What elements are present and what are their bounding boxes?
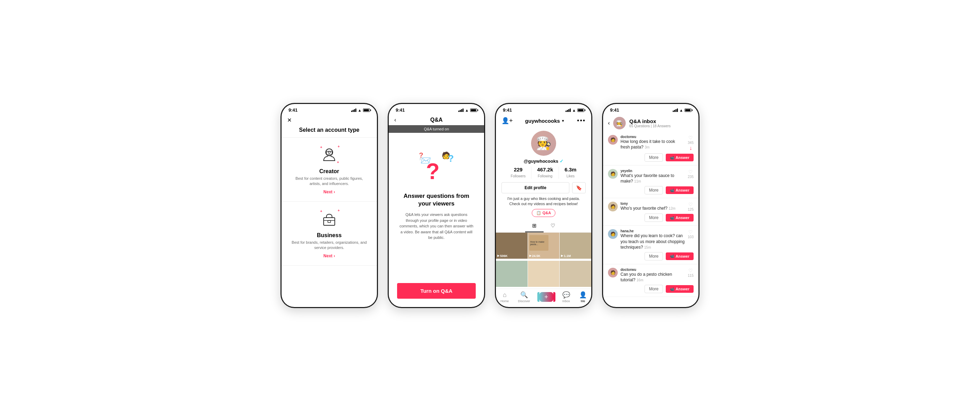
answer-button-3[interactable]: 📹 Answer <box>666 214 694 222</box>
inbox-header-text: Q&A inbox 65 Questions | 18 Answers <box>629 118 694 128</box>
qa-item-5-header: 🧑 doctorwu Can you do a pesto chicken tu… <box>608 268 694 283</box>
video-cell-5[interactable] <box>528 261 560 287</box>
more-button-2[interactable]: More <box>644 186 663 194</box>
more-button-3[interactable]: More <box>644 214 663 222</box>
inbox-icon: 💬 <box>562 291 570 299</box>
bar3 <box>461 109 462 112</box>
nav-me[interactable]: 👤 Me <box>579 291 587 303</box>
qa-like-5: ♡ 115 <box>688 268 694 278</box>
stats-row: 229 Followers 467.2k Following 6.3m Like… <box>496 167 591 179</box>
bar1 <box>566 111 566 112</box>
creator-card[interactable]: + + + Creator Best for content creators,… <box>282 138 377 202</box>
bookmark-button[interactable]: 🔖 <box>572 182 586 193</box>
qa-time-5: 16m <box>636 278 643 282</box>
nav-inbox[interactable]: 💬 Inbox <box>562 291 570 303</box>
status-bar-3: 9:41 ▲ <box>496 104 591 114</box>
answer-button-5[interactable]: 📹 Answer <box>666 285 694 293</box>
creator-icon-wrap: + + + <box>319 144 340 165</box>
qa-item-2-actions: More 📹 Answer <box>608 186 694 194</box>
phone-2: 9:41 ▲ ‹ Q&A Q&A turned o <box>388 103 485 308</box>
bar4 <box>677 108 678 112</box>
bar2 <box>353 110 353 112</box>
turn-on-qa-button[interactable]: Turn on Q&A <box>397 283 476 299</box>
svg-point-2 <box>328 151 330 153</box>
qa-arrow-1: ↓ <box>689 145 692 151</box>
heart-icon-3: ♡ <box>688 202 693 207</box>
qa-like-count-2: 235 <box>688 175 694 179</box>
heart-icon-5: ♡ <box>688 268 693 273</box>
plus-br: + <box>337 160 339 164</box>
qa-username-3: tony <box>620 202 685 205</box>
business-icon <box>321 211 337 227</box>
nav-discover[interactable]: 🔍 Discover <box>518 291 530 303</box>
back-icon-4[interactable]: ‹ <box>608 120 610 126</box>
video-cell-6[interactable] <box>560 261 591 287</box>
following-label: Following <box>538 174 552 178</box>
back-icon-2[interactable]: ‹ <box>394 117 396 123</box>
wifi-icon-4: ▲ <box>679 108 683 112</box>
bar1 <box>458 111 460 112</box>
creator-next[interactable]: Next › <box>323 189 335 194</box>
qa-like-4: ♡ 103 <box>688 229 694 239</box>
tab-grid[interactable]: ⊞ <box>525 220 544 232</box>
tab-liked[interactable]: ♡ <box>544 220 562 232</box>
qa-like-count-1: 345 <box>688 141 694 144</box>
me-label: Me <box>581 299 585 303</box>
qa-avatar-3: 🧑 <box>608 202 618 211</box>
video-cell-2[interactable]: How to make pasta... ▶ 24.5K <box>528 233 560 259</box>
phone1-content: ✕ Select an account type + + <box>282 114 377 307</box>
business-card[interactable]: + + Business Best for brands, retailers,… <box>282 202 377 265</box>
qa-question-5: Can you do a pesto chicken tutorial? 16m <box>620 271 685 283</box>
qa-badge-text: Q&A <box>542 211 551 215</box>
username-row: guywhocooks ▼ <box>525 118 565 124</box>
more-button-1[interactable]: More <box>644 153 663 162</box>
qa-item-1: 🧑 doctorwu How long does it take to cook… <box>603 132 698 165</box>
qa-username-4: hana.he <box>620 229 685 233</box>
profile-avatar-wrap: 🧑‍🍳 <box>496 127 591 159</box>
wifi-icon-3: ▲ <box>572 108 576 112</box>
video-cell-3[interactable]: ▶ 1.1M <box>560 233 591 259</box>
chevron-down-icon: ▼ <box>562 119 565 123</box>
qa-username-2: yeyelin <box>620 169 685 173</box>
svg-rect-1 <box>326 151 332 155</box>
answer-button-4[interactable]: 📹 Answer <box>666 252 694 260</box>
status-bar-1: 9:41 ▲ <box>282 104 377 114</box>
main-qm: ? <box>426 160 439 182</box>
qa-time-1: 3m <box>644 145 649 149</box>
edit-profile-button[interactable]: Edit profile <box>501 182 570 193</box>
likes-label: Likes <box>566 174 574 178</box>
qa-item-3: 🧑 tony Who's your favorite chef? 12m ♡ 1… <box>603 198 698 226</box>
play-icon: ▶ <box>497 254 500 257</box>
more-button-4[interactable]: More <box>644 252 663 260</box>
video-cell-1[interactable]: ▶ 506K <box>496 233 528 259</box>
close-icon[interactable]: ✕ <box>287 117 292 124</box>
discover-icon: 🔍 <box>520 291 528 299</box>
qa-badge-inner[interactable]: 📋 Q&A <box>532 209 555 217</box>
bar1 <box>351 111 352 112</box>
bar3 <box>354 109 355 112</box>
profile-bio: I'm just a guy who likes cooking and pas… <box>496 196 591 209</box>
qa-question-1: How long does it take to cook fresh past… <box>620 139 685 150</box>
creator-name: Creator <box>320 168 339 175</box>
inbox-label: Inbox <box>562 299 570 303</box>
add-user-icon[interactable]: 👤+ <box>501 117 513 124</box>
stat-following: 467.2k Following <box>531 167 559 179</box>
nav-home[interactable]: ⌂ Home <box>500 291 509 303</box>
likes-count: 6.3m <box>565 167 576 173</box>
phone2-content: ‹ Q&A Q&A turned on 🧑 ? 📨 ? ? Answer que <box>389 114 484 307</box>
time-1: 9:41 <box>288 108 298 113</box>
qa-sub-text: Q&A lets your viewers ask questions thro… <box>389 212 484 249</box>
verified-icon: ✓ <box>560 159 563 164</box>
business-next[interactable]: Next › <box>323 254 335 259</box>
more-button-5[interactable]: More <box>644 285 663 293</box>
nav-plus-button[interactable]: + <box>539 292 553 302</box>
followers-count: 229 <box>511 167 526 173</box>
qa-badge: 📋 Q&A <box>496 209 591 217</box>
answer-button-1[interactable]: 📹 Answer <box>666 154 694 161</box>
qa-question-block-4: hana.he Where did you learn to cook? can… <box>620 229 685 250</box>
more-dots-icon[interactable]: ••• <box>577 117 586 124</box>
video-cell-4[interactable] <box>496 261 528 287</box>
answer-button-2[interactable]: 📹 Answer <box>666 186 694 194</box>
play-icon-3: ▶ <box>561 254 563 257</box>
select-account-title: Select an account type <box>282 125 377 137</box>
